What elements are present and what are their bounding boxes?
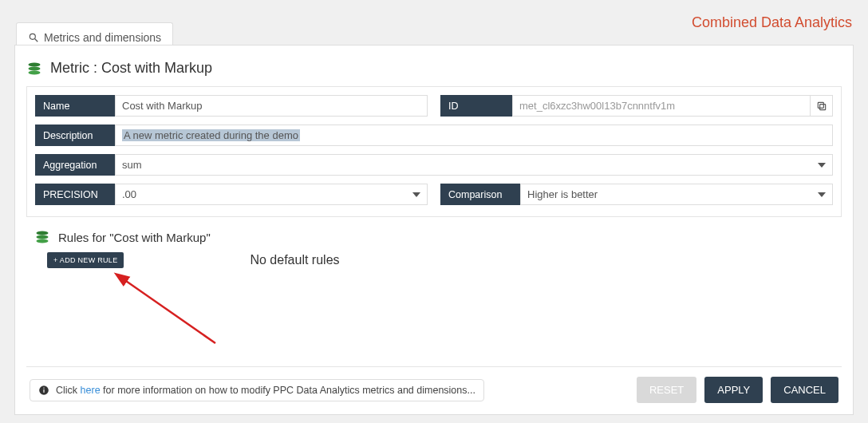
info-text-pre: Click	[56, 385, 81, 396]
input-id: met_cl6xzc3hw00l13b7cnnntfv1m	[512, 95, 811, 117]
label-precision: PRECISION	[35, 184, 115, 205]
add-new-rule-button[interactable]: + ADD NEW RULE	[47, 252, 124, 268]
label-name: Name	[35, 95, 115, 117]
svg-point-0	[30, 34, 35, 39]
rules-title: Rules for "Cost with Markup"	[58, 231, 211, 244]
rules-title-value: Cost with Markup	[114, 231, 207, 244]
input-name[interactable]: Cost with Markup	[115, 95, 428, 117]
editor-panel: Metric : Cost with Markup Name Cost with…	[14, 45, 854, 415]
field-description: Description A new metric created during …	[35, 125, 833, 146]
metric-title: Metric : Cost with Markup	[50, 60, 212, 77]
info-pill: Click here for more information on how t…	[30, 379, 484, 401]
select-comparison[interactable]: Higher is better	[520, 184, 833, 205]
copy-icon	[816, 101, 827, 112]
svg-point-2	[29, 62, 41, 66]
footer-buttons: RESET APPLY CANCEL	[637, 377, 838, 403]
description-text: A new metric created during the demo	[122, 129, 300, 141]
input-description[interactable]: A new metric created during the demo	[115, 125, 833, 146]
svg-rect-11	[43, 389, 44, 392]
info-link-here[interactable]: here	[81, 385, 101, 396]
select-precision[interactable]: .00	[115, 184, 428, 205]
database-icon	[26, 61, 42, 76]
chevron-down-icon	[818, 163, 826, 168]
metric-title-value: Cost with Markup	[101, 60, 212, 76]
svg-point-8	[37, 235, 49, 239]
field-name: Name Cost with Markup	[35, 95, 428, 117]
footer-bar: Click here for more information on how t…	[26, 366, 842, 414]
copy-id-button[interactable]	[811, 95, 833, 117]
metric-form: Name Cost with Markup ID met_cl6xzc3hw00…	[26, 86, 842, 217]
select-aggregation[interactable]: sum	[115, 154, 833, 176]
label-comparison: Comparison	[440, 184, 520, 205]
field-id: ID met_cl6xzc3hw00l13b7cnnntfv1m	[440, 95, 833, 117]
rules-title-prefix: Rules for "	[58, 231, 114, 244]
reset-button[interactable]: RESET	[637, 377, 696, 403]
rules-toolbar: + ADD NEW RULE No default rules	[26, 249, 842, 268]
info-text-post: for more information on how to modify PP…	[101, 385, 475, 396]
info-icon	[38, 385, 49, 396]
cancel-button[interactable]: CANCEL	[771, 377, 838, 403]
svg-line-1	[35, 39, 38, 42]
field-precision: PRECISION .00	[35, 184, 428, 205]
svg-point-7	[37, 231, 49, 235]
database-icon	[34, 230, 50, 244]
label-description: Description	[35, 125, 115, 146]
search-icon	[28, 32, 39, 43]
label-id: ID	[440, 95, 512, 117]
brand-title: Combined Data Analytics	[692, 14, 852, 31]
rules-title-suffix: "	[206, 231, 210, 244]
svg-point-9	[37, 239, 49, 243]
metric-title-prefix: Metric :	[50, 60, 101, 76]
comparison-value: Higher is better	[527, 188, 598, 200]
label-aggregation: Aggregation	[35, 154, 115, 176]
svg-point-3	[29, 66, 41, 70]
chevron-down-icon	[412, 192, 420, 197]
svg-rect-5	[819, 104, 825, 109]
apply-button[interactable]: APPLY	[704, 377, 763, 403]
tab-label: Metrics and dimensions	[44, 31, 161, 44]
metric-header: Metric : Cost with Markup	[26, 60, 842, 77]
chevron-down-icon	[818, 192, 826, 197]
field-aggregation: Aggregation sum	[35, 154, 833, 176]
field-comparison: Comparison Higher is better	[440, 184, 833, 205]
rules-header: Rules for "Cost with Markup"	[34, 230, 842, 244]
precision-value: .00	[122, 188, 136, 200]
no-default-rules-text: No default rules	[250, 253, 339, 267]
svg-rect-6	[818, 102, 823, 108]
svg-rect-12	[43, 387, 44, 388]
aggregation-value: sum	[122, 159, 142, 171]
svg-point-4	[29, 70, 41, 74]
